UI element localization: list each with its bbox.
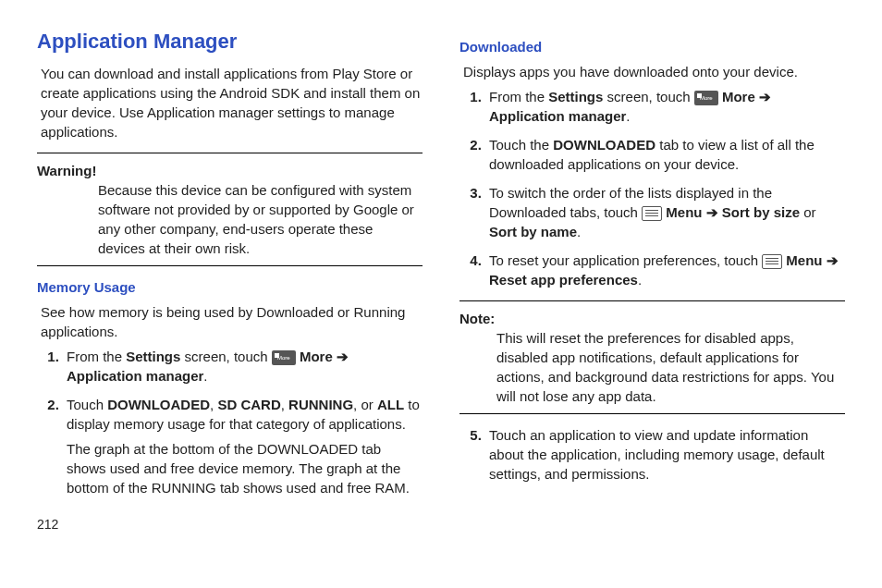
text: screen, touch [603, 89, 693, 104]
right-column: Downloaded Displays apps you have downlo… [459, 28, 845, 533]
menu-icon [762, 254, 782, 269]
bold-sdcard: SD CARD [217, 397, 280, 412]
page-number: 212 [37, 516, 423, 534]
downloaded-step-5: Touch an application to view and update … [485, 425, 845, 484]
page-title: Application Manager [37, 28, 423, 56]
bold-all: ALL [377, 397, 404, 412]
bold-appmgr: Application manager [67, 368, 203, 384]
memory-intro: See how memory is being used by Download… [41, 302, 423, 341]
text: , [281, 397, 288, 412]
text: Touch [67, 397, 107, 412]
text: , or [353, 397, 377, 412]
bold-sortname: Sort by name [489, 224, 577, 239]
bold-settings: Settings [126, 349, 180, 364]
bold-sortsize: Sort by size [722, 204, 800, 220]
arrow-icon: ➔ [827, 252, 839, 268]
memory-step-1: From the Settings screen, touch More Mor… [63, 347, 423, 386]
arrow-icon: ➔ [759, 89, 771, 104]
note-box: Note: This will reset the preferences fo… [459, 300, 845, 414]
step2-extra: The graph at the bottom of the DOWNLOADE… [67, 439, 423, 497]
menu-icon [642, 206, 662, 221]
text: From the [489, 89, 548, 104]
bold-settings: Settings [548, 89, 603, 104]
downloaded-step-4: To reset your application preferences, t… [485, 251, 845, 289]
bold-downloaded: DOWNLOADED [107, 397, 210, 412]
left-column: Application Manager You can download and… [37, 28, 423, 533]
downloaded-step-2: Touch the DOWNLOADED tab to view a list … [485, 135, 845, 174]
text: screen, touch [180, 349, 271, 364]
intro-text: You can download and install application… [41, 64, 423, 141]
bold-downloaded: DOWNLOADED [553, 137, 655, 153]
bold-resetprefs: Reset app preferences [489, 272, 638, 288]
more-icon: More [694, 91, 718, 105]
text: . [577, 224, 581, 239]
text: . [203, 368, 207, 384]
text: . [638, 272, 642, 288]
bold-more: More [300, 349, 333, 364]
section-downloaded: Downloaded [459, 37, 845, 56]
warning-text: Because this device can be configured wi… [98, 180, 423, 258]
downloaded-steps-cont: Touch an application to view and update … [459, 425, 845, 484]
section-memory-usage: Memory Usage [37, 277, 423, 297]
bold-menu: Menu [786, 252, 822, 268]
arrow-icon: ➔ [706, 204, 718, 220]
text: Touch the [489, 137, 553, 153]
bold-menu: Menu [666, 204, 702, 220]
downloaded-steps: From the Settings screen, touch More Mor… [459, 87, 845, 289]
downloaded-intro: Displays apps you have downloaded onto y… [463, 62, 845, 81]
warning-box: Warning! Because this device can be conf… [37, 153, 423, 266]
bold-running: RUNNING [288, 397, 353, 412]
bold-appmgr: Application manager [489, 108, 626, 124]
note-label: Note: [459, 311, 495, 326]
memory-step-2: Touch DOWNLOADED, SD CARD, RUNNING, or A… [63, 395, 423, 497]
more-icon: More [272, 350, 296, 365]
text: To reset your application preferences, t… [489, 252, 762, 268]
downloaded-step-1: From the Settings screen, touch More Mor… [485, 87, 845, 126]
downloaded-step-3: To switch the order of the lists display… [485, 183, 845, 241]
note-text: This will reset the preferences for disa… [496, 328, 845, 406]
warning-label: Warning! [37, 163, 96, 178]
memory-steps: From the Settings screen, touch More Mor… [37, 347, 423, 497]
arrow-icon: ➔ [337, 349, 349, 364]
bold-more: More [722, 89, 755, 104]
text: From the [67, 349, 126, 364]
page-columns: Application Manager You can download and… [37, 28, 845, 533]
text: . [626, 108, 630, 124]
text: or [800, 204, 816, 220]
